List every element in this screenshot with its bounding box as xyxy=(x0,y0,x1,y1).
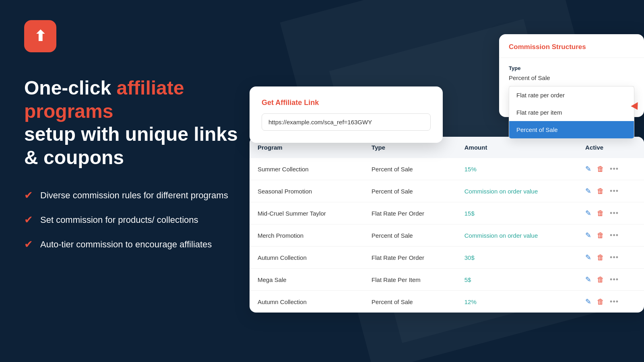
logo-icon: ⬆ xyxy=(34,29,46,43)
cell-amount: 15$ xyxy=(456,202,577,224)
cell-type: Percent of Sale xyxy=(363,224,456,247)
more-icon[interactable]: ••• xyxy=(610,209,619,218)
headline: One-click affiliate programs setup with … xyxy=(24,76,250,169)
logo-box: ⬆ xyxy=(24,20,56,52)
type-value[interactable]: Percent of Sale Flat rate per order Flat… xyxy=(509,74,634,86)
table-row: Summer Collection Percent of Sale 15% ✎ … xyxy=(250,158,644,180)
cell-actions: ✎ 🗑 ••• xyxy=(577,247,644,269)
col-header-active: Active xyxy=(577,137,644,158)
table-row: Mega Sale Flat Rate Per Item 5$ ✎ 🗑 ••• xyxy=(250,269,644,291)
edit-icon[interactable]: ✎ xyxy=(585,187,591,195)
cell-actions: ✎ 🗑 ••• xyxy=(577,224,644,247)
cell-program: Autumn Collection xyxy=(250,247,363,269)
cell-actions: ✎ 🗑 ••• xyxy=(577,269,644,291)
edit-icon[interactable]: ✎ xyxy=(585,253,591,262)
feature-item-3: ✔ Auto-tier commission to encourage affi… xyxy=(24,238,250,251)
dropdown-option-flat-item[interactable]: Flat rate per item xyxy=(509,104,634,121)
left-panel: ⬆ One-click affiliate programs setup wit… xyxy=(0,0,274,362)
cell-type: Flat Rate Per Order xyxy=(363,202,456,224)
delete-icon[interactable]: 🗑 xyxy=(597,187,604,195)
feature-item-2: ✔ Set commission for products/ collectio… xyxy=(24,214,250,226)
more-icon[interactable]: ••• xyxy=(610,298,619,306)
table-row: Autumn Collection Flat Rate Per Order 30… xyxy=(250,247,644,269)
features-list: ✔ Diverse commission rules for different… xyxy=(24,189,250,251)
cell-actions: ✎ 🗑 ••• xyxy=(577,180,644,202)
delete-icon[interactable]: 🗑 xyxy=(597,231,604,240)
cell-amount: Commission on order value xyxy=(456,180,577,202)
check-icon-1: ✔ xyxy=(24,189,33,202)
dropdown-option-percent[interactable]: Percent of Sale xyxy=(509,121,634,138)
delete-icon[interactable]: 🗑 xyxy=(597,253,604,262)
cell-type: Percent of Sale xyxy=(363,180,456,202)
commission-title: Commission Structures xyxy=(499,34,644,58)
edit-icon[interactable]: ✎ xyxy=(585,231,591,240)
cell-amount: 12% xyxy=(456,291,577,313)
type-dropdown[interactable]: Flat rate per order Flat rate per item P… xyxy=(509,86,634,139)
cell-actions: ✎ 🗑 ••• xyxy=(577,291,644,313)
headline-sub: setup with unique links & coupons xyxy=(24,123,238,168)
more-icon[interactable]: ••• xyxy=(610,276,619,284)
cell-actions: ✎ 🗑 ••• xyxy=(577,202,644,224)
cell-type: Percent of Sale xyxy=(363,291,456,313)
check-icon-2: ✔ xyxy=(24,214,33,226)
affiliate-card: Get Affiliate Link xyxy=(250,86,443,143)
table-row: Mid-Cruel Summer Taylor Flat Rate Per Or… xyxy=(250,202,644,224)
feature-text-3: Auto-tier commission to encourage affili… xyxy=(40,239,212,250)
delete-icon[interactable]: 🗑 xyxy=(597,165,604,173)
feature-text-1: Diverse commission rules for different p… xyxy=(40,190,228,201)
feature-item-1: ✔ Diverse commission rules for different… xyxy=(24,189,250,202)
cell-type: Percent of Sale xyxy=(363,158,456,180)
cell-program: Seasonal Promotion xyxy=(250,180,363,202)
type-label: Type xyxy=(509,65,634,71)
affiliate-link-input[interactable] xyxy=(262,113,431,131)
delete-icon[interactable]: 🗑 xyxy=(597,209,604,218)
cell-actions: ✎ 🗑 ••• xyxy=(577,158,644,180)
headline-plain: One-click xyxy=(24,77,116,99)
cell-program: Autumn Collection xyxy=(250,291,363,313)
delete-icon[interactable]: 🗑 xyxy=(597,276,604,284)
dropdown-option-flat-order[interactable]: Flat rate per order xyxy=(509,86,634,104)
cell-amount: Commission on order value xyxy=(456,224,577,247)
delete-icon[interactable]: 🗑 xyxy=(597,298,604,306)
table-row: Autumn Collection Percent of Sale 12% ✎ … xyxy=(250,291,644,313)
cell-amount: 30$ xyxy=(456,247,577,269)
type-field: Type Percent of Sale Flat rate per order… xyxy=(499,58,644,86)
table-row: Seasonal Promotion Percent of Sale Commi… xyxy=(250,180,644,202)
edit-icon[interactable]: ✎ xyxy=(585,165,591,173)
edit-icon[interactable]: ✎ xyxy=(585,297,591,306)
commission-panel: Commission Structures Type Percent of Sa… xyxy=(499,34,644,117)
cell-program: Summer Collection xyxy=(250,158,363,180)
affiliate-card-title: Get Affiliate Link xyxy=(262,99,431,107)
cell-program: Merch Promotion xyxy=(250,224,363,247)
more-icon[interactable]: ••• xyxy=(610,165,619,173)
table-row: Merch Promotion Percent of Sale Commissi… xyxy=(250,224,644,247)
cell-program: Mega Sale xyxy=(250,269,363,291)
edit-icon[interactable]: ✎ xyxy=(585,275,591,284)
cell-amount: 15% xyxy=(456,158,577,180)
cell-type: Flat Rate Per Order xyxy=(363,247,456,269)
more-icon[interactable]: ••• xyxy=(610,231,619,240)
col-header-amount: Amount xyxy=(456,137,577,158)
check-icon-3: ✔ xyxy=(24,238,33,251)
feature-text-2: Set commission for products/ collections xyxy=(40,215,198,225)
more-icon[interactable]: ••• xyxy=(610,187,619,195)
edit-icon[interactable]: ✎ xyxy=(585,209,591,218)
right-panel: Get Affiliate Link Commission Structures… xyxy=(250,0,644,362)
cell-type: Flat Rate Per Item xyxy=(363,269,456,291)
cell-amount: 5$ xyxy=(456,269,577,291)
more-icon[interactable]: ••• xyxy=(610,253,619,262)
cell-program: Mid-Cruel Summer Taylor xyxy=(250,202,363,224)
commission-table: Program Type Amount Active Summer Collec… xyxy=(250,137,644,313)
